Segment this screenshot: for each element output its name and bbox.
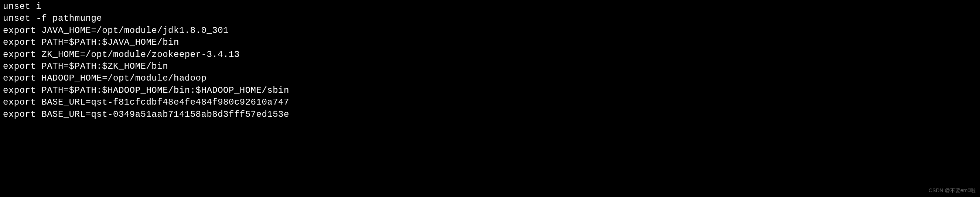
terminal-line: export HADOOP_HOME=/opt/module/hadoop — [3, 72, 977, 84]
terminal-line: export PATH=$PATH:$JAVA_HOME/bin — [3, 37, 977, 48]
watermark-text: CSDN @不要em0啦 — [929, 187, 975, 194]
terminal-line: export ZK_HOME=/opt/module/zookeeper-3.4… — [3, 49, 977, 60]
terminal-line: unset i — [3, 1, 977, 13]
terminal-output: unset i unset -f pathmunge export JAVA_H… — [3, 1, 977, 121]
terminal-line: export BASE_URL=qst-0349a51aab714158ab8d… — [3, 109, 977, 121]
terminal-line: export JAVA_HOME=/opt/module/jdk1.8.0_30… — [3, 25, 977, 37]
terminal-line: export PATH=$PATH:$HADOOP_HOME/bin:$HADO… — [3, 85, 977, 97]
terminal-line: unset -f pathmunge — [3, 13, 977, 24]
terminal-line: export BASE_URL=qst-f81cfcdbf48e4fe484f9… — [3, 97, 977, 108]
terminal-line: export PATH=$PATH:$ZK_HOME/bin — [3, 60, 977, 72]
